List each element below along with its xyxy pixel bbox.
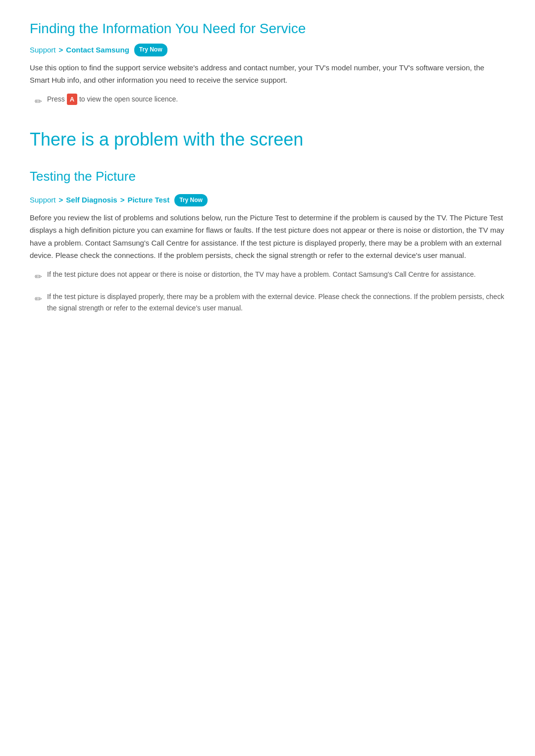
section-screen-problem: There is a problem with the screen Testi… xyxy=(30,128,505,314)
pencil-icon-2: ✏ xyxy=(35,270,42,284)
section-finding-info: Finding the Information You Need for Ser… xyxy=(30,20,505,108)
breadcrumb-support[interactable]: Support xyxy=(30,44,56,56)
breadcrumb-sep2: > xyxy=(120,194,125,206)
section2-title: There is a problem with the screen xyxy=(30,128,505,151)
subsection-title: Testing the Picture xyxy=(30,166,505,187)
breadcrumb-sep1: > xyxy=(59,194,63,206)
note-item-1: ✏ If the test picture does not appear or… xyxy=(30,269,505,284)
section1-body: Use this option to find the support serv… xyxy=(30,61,505,87)
note-item-2: ✏ If the test picture is displayed prope… xyxy=(30,291,505,314)
section1-breadcrumb: Support > Contact Samsung Try Now xyxy=(30,44,505,56)
note-text-2: If the test picture is displayed properl… xyxy=(47,291,505,314)
section1-title: Finding the Information You Need for Ser… xyxy=(30,20,505,38)
note-text-1: If the test picture does not appear or t… xyxy=(47,269,476,280)
breadcrumb-support-2[interactable]: Support xyxy=(30,194,56,206)
try-now-badge-2[interactable]: Try Now xyxy=(174,194,208,206)
breadcrumb-separator: > xyxy=(59,44,63,56)
breadcrumb-picture-test[interactable]: Picture Test xyxy=(127,194,169,206)
key-a-badge: A xyxy=(67,94,77,105)
subsection-testing-picture: Testing the Picture Support > Self Diagn… xyxy=(30,166,505,314)
breadcrumb-self-diagnosis[interactable]: Self Diagnosis xyxy=(66,194,117,206)
subsection-body: Before you review the list of problems a… xyxy=(30,211,505,262)
section1-note-text: Press A to view the open source licence. xyxy=(47,94,178,105)
subsection-breadcrumb: Support > Self Diagnosis > Picture Test … xyxy=(30,194,505,206)
pencil-icon-3: ✏ xyxy=(35,292,42,306)
pencil-icon: ✏ xyxy=(35,95,42,109)
section1-note: ✏ Press A to view the open source licenc… xyxy=(30,94,505,109)
try-now-badge-1[interactable]: Try Now xyxy=(134,44,167,56)
breadcrumb-contact-samsung[interactable]: Contact Samsung xyxy=(66,44,129,56)
